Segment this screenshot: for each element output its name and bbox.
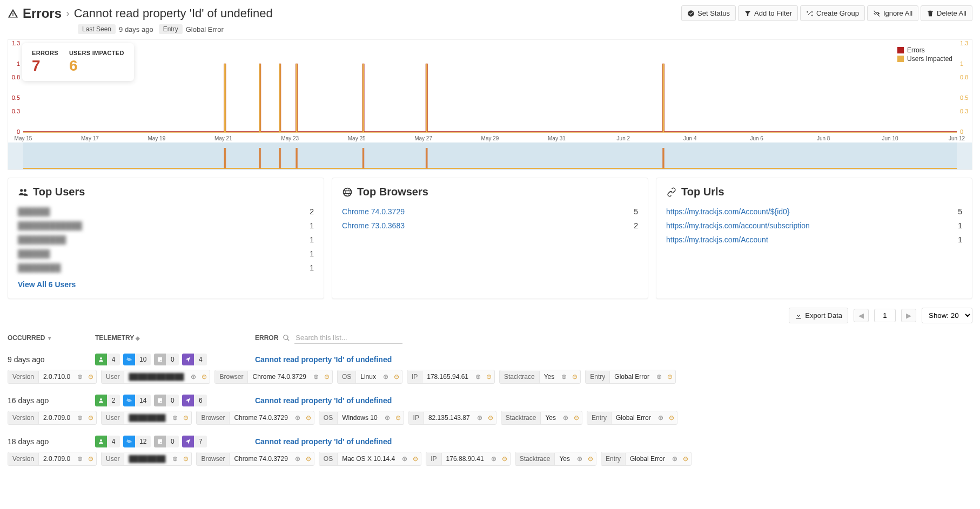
chip-add-filter[interactable]: ⊕ (75, 452, 85, 465)
chip-add-filter[interactable]: ⊕ (292, 452, 303, 465)
chip-remove-filter[interactable]: ⊖ (180, 452, 191, 465)
chip-add-filter[interactable]: ⊕ (560, 411, 571, 424)
telemetry-user-badge[interactable]: 4 (95, 436, 120, 447)
panel-row-label[interactable]: ████████ (18, 263, 61, 272)
chip-remove-filter[interactable]: ⊖ (664, 370, 675, 383)
chip-remove-filter[interactable]: ⊖ (569, 370, 580, 383)
telemetry-console-badge[interactable]: 0 (154, 395, 179, 406)
chip-add-filter[interactable]: ⊕ (380, 370, 391, 383)
chip-remove-filter[interactable]: ⊖ (391, 370, 402, 383)
delete-all-button[interactable]: Delete All (921, 5, 972, 21)
panel-row-label[interactable]: https://my.trackjs.com/account/subscript… (666, 221, 810, 230)
chip-remove-filter[interactable]: ⊖ (585, 452, 596, 465)
chip-remove-filter[interactable]: ⊖ (393, 411, 404, 424)
panel-row[interactable]: ██████1 (18, 247, 314, 261)
page-number-input[interactable] (874, 309, 896, 322)
telemetry-nav-badge[interactable]: 7 (182, 436, 207, 447)
chip-add-filter[interactable]: ⊕ (170, 452, 180, 465)
chip-add-filter[interactable]: ⊕ (75, 370, 85, 383)
create-group-button[interactable]: Create Group (800, 5, 865, 21)
prev-page-button[interactable]: ◀ (854, 309, 869, 322)
panel-row[interactable]: ██████2 (18, 205, 314, 219)
next-page-button[interactable]: ▶ (901, 309, 916, 322)
chip-add-filter[interactable]: ⊕ (311, 370, 321, 383)
chip-remove-filter[interactable]: ⊖ (484, 370, 494, 383)
telemetry-nav-badge[interactable]: 4 (182, 354, 207, 365)
telemetry-console-badge[interactable]: 0 (154, 354, 179, 365)
ignore-all-button[interactable]: Ignore All (867, 5, 918, 21)
chip-add-filter[interactable]: ⊕ (473, 370, 484, 383)
chip-remove-filter[interactable]: ⊖ (85, 370, 96, 383)
telemetry-console-icon (154, 354, 166, 365)
main-chart-svg[interactable]: 00.30.50.811.300.30.50.811.3May 15May 17… (8, 40, 972, 142)
error-message-link[interactable]: Cannot read property 'Id' of undefined (255, 355, 972, 364)
panel-row[interactable]: https://my.trackjs.com/account/subscript… (666, 219, 962, 233)
panel-row[interactable]: ████████████1 (18, 219, 314, 233)
panel-row-label[interactable]: █████████ (18, 235, 66, 244)
telemetry-net-badge[interactable]: 14 (123, 395, 151, 406)
chip-remove-filter[interactable]: ⊖ (180, 411, 191, 424)
panel-row[interactable]: █████████1 (18, 233, 314, 247)
svg-text:0.3: 0.3 (960, 108, 968, 114)
panel-row[interactable]: Chrome 73.0.36832 (342, 219, 638, 233)
panel-row-label[interactable]: ██████ (18, 249, 50, 258)
view-all-users-link[interactable]: View All 6 Users (18, 280, 314, 289)
chip-add-filter[interactable]: ⊕ (399, 452, 410, 465)
chip-remove-filter[interactable]: ⊖ (85, 411, 96, 424)
chip-remove-filter[interactable]: ⊖ (199, 370, 210, 383)
chip-remove-filter[interactable]: ⊖ (303, 452, 314, 465)
chip-add-filter[interactable]: ⊕ (292, 411, 303, 424)
panel-row[interactable]: https://my.trackjs.com/Account1 (666, 233, 962, 247)
chip-add-filter[interactable]: ⊕ (170, 411, 180, 424)
chip-remove-filter[interactable]: ⊖ (680, 452, 691, 465)
chip-add-filter[interactable]: ⊕ (75, 411, 85, 424)
chip-add-filter[interactable]: ⊕ (382, 411, 393, 424)
chip-remove-filter[interactable]: ⊖ (571, 411, 582, 424)
panel-row-label[interactable]: Chrome 74.0.3729 (342, 207, 405, 216)
chip-remove-filter[interactable]: ⊖ (85, 452, 96, 465)
chip-add-filter[interactable]: ⊕ (474, 411, 485, 424)
brush-chart-svg[interactable] (8, 142, 972, 169)
chip-value: ████████████ (124, 371, 188, 383)
set-status-button[interactable]: Set Status (681, 5, 736, 21)
telemetry-console-badge[interactable]: 0 (154, 436, 179, 447)
telemetry-net-badge[interactable]: 10 (123, 354, 151, 365)
panel-row[interactable]: ████████1 (18, 261, 314, 275)
chip-add-filter[interactable]: ⊕ (655, 411, 666, 424)
show-count-select[interactable]: Show: 20 (922, 308, 972, 323)
chip-remove-filter[interactable]: ⊖ (321, 370, 332, 383)
panel-row-label[interactable]: Chrome 73.0.3683 (342, 221, 405, 230)
panel-row-label[interactable]: ████████████ (18, 221, 82, 230)
telemetry-user-badge[interactable]: 2 (95, 395, 120, 406)
panel-row[interactable]: https://my.trackjs.com/Account/${id0}5 (666, 205, 962, 219)
filter-chip: Stacktrace Yes ⊕ ⊖ (515, 452, 596, 466)
chip-add-filter[interactable]: ⊕ (654, 370, 664, 383)
filter-chip: OS Windows 10 ⊕ ⊖ (319, 411, 404, 425)
add-to-filter-button[interactable]: Add to Filter (738, 5, 798, 21)
telemetry-net-badge[interactable]: 12 (123, 436, 151, 447)
error-message-link[interactable]: Cannot read property 'Id' of undefined (255, 437, 972, 446)
telemetry-user-badge[interactable]: 4 (95, 354, 120, 365)
panel-row[interactable]: Chrome 74.0.37295 (342, 205, 638, 219)
chip-add-filter[interactable]: ⊕ (488, 452, 499, 465)
chip-remove-filter[interactable]: ⊖ (666, 411, 677, 424)
filter-chip: Version 2.0.710.0 ⊕ ⊖ (8, 370, 97, 384)
telemetry-nav-badge[interactable]: 6 (182, 395, 207, 406)
panel-row-label[interactable]: https://my.trackjs.com/Account (666, 235, 768, 244)
chip-add-filter[interactable]: ⊕ (559, 370, 569, 383)
error-message-link[interactable]: Cannot read property 'Id' of undefined (255, 396, 972, 405)
chip-remove-filter[interactable]: ⊖ (499, 452, 510, 465)
action-buttons: Set Status Add to Filter Create Group Ig… (681, 5, 972, 21)
panel-row-label[interactable]: ██████ (18, 207, 50, 216)
chip-add-filter[interactable]: ⊕ (669, 452, 680, 465)
chip-add-filter[interactable]: ⊕ (188, 370, 199, 383)
col-telemetry-header[interactable]: TELEMETRY ◆ (95, 334, 244, 342)
search-input[interactable] (294, 332, 402, 344)
chip-remove-filter[interactable]: ⊖ (410, 452, 421, 465)
chip-remove-filter[interactable]: ⊖ (303, 411, 314, 424)
export-data-button[interactable]: Export Data (789, 308, 848, 323)
col-occurred-header[interactable]: OCCURRED ▼ (8, 334, 84, 342)
panel-row-label[interactable]: https://my.trackjs.com/Account/${id0} (666, 207, 790, 216)
chip-add-filter[interactable]: ⊕ (574, 452, 585, 465)
chip-remove-filter[interactable]: ⊖ (485, 411, 496, 424)
